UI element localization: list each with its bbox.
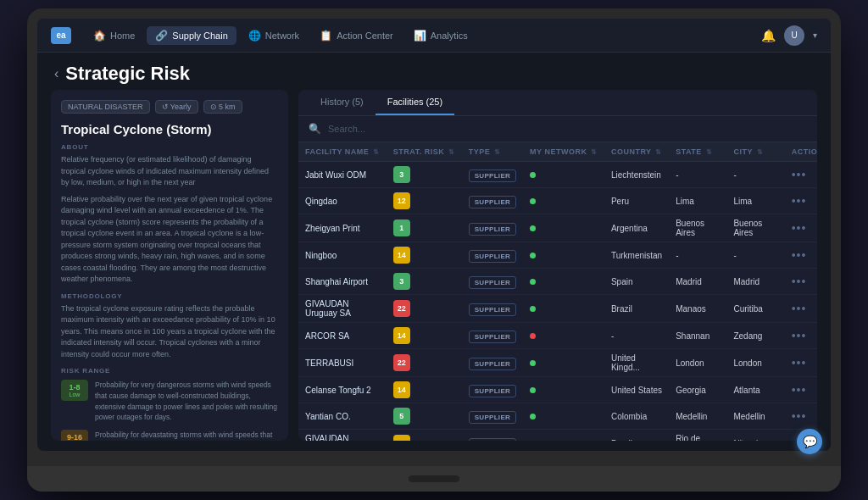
risk-range-low: 1-8 [64, 383, 85, 392]
tab-facilities[interactable]: Facilities (25) [376, 90, 454, 115]
cell-state: - [669, 162, 726, 188]
cell-type: SUPPLIER [462, 403, 523, 430]
cell-actions[interactable]: ••• [785, 377, 817, 403]
tag-row: NATURAL DISASTER ↺ Yearly ⊙ 5 km [61, 100, 278, 114]
cell-strat-risk: 22 [387, 349, 462, 377]
cell-actions[interactable]: ••• [785, 242, 817, 269]
table-row: GIVAUDAN BRASIL SA 14 SUPPLIER Brazil Ri… [298, 430, 817, 442]
col-state[interactable]: STATE ⇅ [669, 142, 726, 162]
cell-state: Medellin [669, 403, 726, 430]
avatar[interactable]: U [784, 25, 804, 46]
search-icon: 🔍 [309, 123, 321, 135]
cell-city: Buenos Aires [726, 214, 784, 242]
nav-analytics[interactable]: 📊 Analytics [405, 26, 476, 45]
nav-right: 🔔 U ▾ [761, 25, 817, 46]
cell-strat-risk: 14 [387, 430, 462, 442]
methodology-text: The tropical cyclone exposure rating ref… [61, 303, 278, 361]
laptop-notch [409, 475, 459, 482]
cell-country: Liechtenstein [604, 162, 669, 188]
risk-level-low: Low [64, 392, 85, 397]
table-row: GIVAUDAN Uruguay SA 22 SUPPLIER Brazil M… [298, 295, 817, 323]
back-button[interactable]: ‹ [54, 66, 58, 81]
cell-network [523, 295, 604, 323]
risk-desc-medium: Probability for devastating storms with … [95, 430, 278, 441]
table-row: Jabit Wuxi ODM 3 SUPPLIER Liechtenstein … [298, 162, 817, 188]
cell-actions[interactable]: ••• [785, 349, 817, 377]
cell-actions[interactable]: ••• [785, 403, 817, 430]
app-logo[interactable]: ea [51, 27, 71, 44]
search-input[interactable] [328, 124, 807, 134]
cell-facility-name: Ningboo [298, 242, 387, 269]
cell-strat-risk: 3 [387, 269, 462, 295]
cell-facility-name: ARCOR SA [298, 323, 387, 349]
cell-city: Medellin [726, 403, 784, 430]
cell-network [523, 349, 604, 377]
nav-home[interactable]: 🏠 Home [85, 26, 143, 45]
cell-strat-risk: 12 [387, 188, 462, 214]
cell-strat-risk: 1 [387, 214, 462, 242]
cell-type: SUPPLIER [462, 349, 523, 377]
about-text-1: Relative frequency (or estimated likelih… [61, 154, 278, 189]
cell-strat-risk: 22 [387, 295, 462, 323]
col-my-network[interactable]: MY NETWORK ⇅ [523, 142, 604, 162]
main-content: ‹ Strategic Risk NATURAL DISASTER ↺ Year… [37, 53, 831, 451]
col-strat-risk[interactable]: STRAT. RISK ⇅ [387, 142, 462, 162]
cell-actions[interactable]: ••• [785, 269, 817, 295]
tab-history[interactable]: History (5) [309, 90, 376, 115]
cell-facility-name: Yantian CO. [298, 403, 387, 430]
cell-city: Madrid [726, 269, 784, 295]
col-type[interactable]: TYPE ⇅ [462, 142, 523, 162]
page-header: ‹ Strategic Risk [37, 53, 831, 90]
supply-chain-icon: 🔗 [155, 30, 168, 42]
cell-country: Colombia [604, 403, 669, 430]
cell-actions[interactable]: ••• [785, 162, 817, 188]
cell-city: Zedang [726, 323, 784, 349]
cell-city: - [726, 162, 784, 188]
cell-type: SUPPLIER [462, 295, 523, 323]
tag-natural-disaster: NATURAL DISASTER [61, 100, 150, 114]
cell-country: United Kingd... [604, 349, 669, 377]
risk-desc-low: Probability for very dangerous storms wi… [95, 380, 278, 423]
cell-network [523, 188, 604, 214]
cell-network [523, 269, 604, 295]
analytics-icon: 📊 [414, 30, 426, 42]
about-label: ABOUT [61, 143, 278, 151]
cell-city: Curitiba [726, 295, 784, 323]
cell-country: Argentina [604, 214, 669, 242]
table-row: ARCOR SA 14 SUPPLIER - Shannan Zedang ••… [298, 323, 817, 349]
bell-icon[interactable]: 🔔 [761, 29, 776, 42]
cell-actions[interactable]: ••• [785, 214, 817, 242]
col-facility-name[interactable]: FACILITY NAME ⇅ [298, 142, 387, 162]
cell-state: Manaos [669, 295, 726, 323]
cell-actions[interactable]: ••• [785, 295, 817, 323]
cell-type: SUPPLIER [462, 377, 523, 403]
tabs-row: History (5) Facilities (25) [298, 90, 817, 116]
nav-network[interactable]: 🌐 Network [240, 26, 308, 45]
disaster-title: Tropical Cyclone (Storm) [61, 122, 278, 136]
cell-country: - [604, 323, 669, 349]
cell-state: Georgia [669, 377, 726, 403]
cell-type: SUPPLIER [462, 323, 523, 349]
cell-type: SUPPLIER [462, 214, 523, 242]
facilities-table: FACILITY NAME ⇅ STRAT. RISK ⇅ TYPE ⇅ MY … [298, 142, 817, 441]
col-country[interactable]: COUNTRY ⇅ [604, 142, 669, 162]
cell-facility-name: Jabit Wuxi ODM [298, 162, 387, 188]
about-text-2: Relative probability over the next year … [61, 194, 278, 286]
cell-actions[interactable]: ••• [785, 188, 817, 214]
table-row: Shanghai Airport 3 SUPPLIER Spain Madrid… [298, 269, 817, 295]
cell-actions[interactable]: ••• [785, 323, 817, 349]
nav-action-center[interactable]: 📋 Action Center [311, 26, 402, 45]
table-row: Yantian CO. 5 SUPPLIER Colombia Medellin… [298, 403, 817, 430]
col-city[interactable]: CITY ⇅ [726, 142, 784, 162]
cell-strat-risk: 14 [387, 242, 462, 269]
col-actions: ACTIONS [785, 142, 817, 162]
cell-strat-risk: 14 [387, 377, 462, 403]
risk-badge-low: 1-8 Low [61, 380, 88, 401]
cell-country: Peru [604, 188, 669, 214]
cell-type: SUPPLIER [462, 269, 523, 295]
cell-city: London [726, 349, 784, 377]
cell-city: Niteroi [726, 430, 784, 442]
chat-fab-button[interactable]: 💬 [797, 429, 822, 451]
cell-state: Lima [669, 188, 726, 214]
nav-supply-chain[interactable]: 🔗 Supply Chain [147, 26, 236, 45]
